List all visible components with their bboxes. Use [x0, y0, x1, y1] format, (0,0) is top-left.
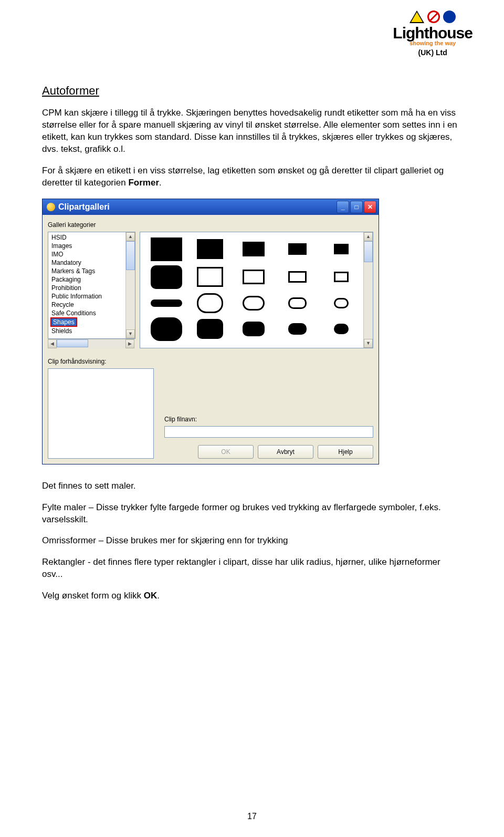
filename-input[interactable]	[164, 426, 373, 438]
paragraph-1: CPM kan skjære i tillegg til å trykke. S…	[42, 107, 462, 156]
shape-filled-rounded[interactable]	[151, 265, 182, 289]
scroll-right-icon[interactable]: ▶	[125, 339, 134, 348]
cancel-button[interactable]: Avbryt	[258, 445, 313, 459]
shape-filled-rounded[interactable]	[197, 319, 223, 339]
shape-filled-rounded[interactable]	[243, 322, 265, 336]
shape-filled-rect[interactable]	[197, 239, 223, 259]
paragraph-7a: Velg ønsket form og klikk	[42, 591, 144, 601]
scroll-thumb[interactable]	[57, 339, 88, 347]
paragraph-5: Omrissformer – Disse brukes mer for skjæ…	[42, 535, 462, 547]
scroll-down-icon[interactable]: ▼	[126, 329, 135, 338]
list-vertical-scrollbar[interactable]: ▲ ▼	[125, 232, 135, 338]
list-item[interactable]: Prohibition	[51, 284, 135, 292]
shape-outline-rect[interactable]	[334, 272, 349, 282]
shape-outline-rounded[interactable]	[334, 298, 349, 308]
list-item[interactable]: Mandatory	[51, 259, 135, 267]
maximize-button[interactable]: □	[350, 201, 363, 213]
grid-vertical-scrollbar[interactable]: ▲ ▼	[363, 232, 373, 348]
preview-box	[48, 368, 154, 459]
paragraph-2b: Former	[128, 178, 159, 188]
paragraph-4: Fylte maler – Disse trykker fylte farged…	[42, 502, 462, 526]
preview-label: Clip forhåndsvisning:	[48, 358, 154, 365]
category-listbox[interactable]: HSID Images IMO Mandatory Markers & Tags…	[48, 232, 135, 339]
scroll-thumb[interactable]	[364, 241, 373, 262]
list-item[interactable]: Public Information	[51, 292, 135, 301]
list-item[interactable]: Safe Conditions	[51, 309, 135, 317]
scroll-thumb[interactable]	[126, 241, 135, 270]
shape-outline-rect[interactable]	[288, 271, 307, 283]
category-list: HSID Images IMO Mandatory Markers & Tags…	[48, 232, 135, 336]
list-item[interactable]: Shields	[51, 327, 135, 335]
paragraph-2a: For å skjære en etikett i en viss større…	[42, 166, 444, 188]
shape-outline-rounded[interactable]	[288, 297, 307, 309]
paragraph-2c: .	[159, 178, 162, 188]
dialog-title: Clipartgalleri	[58, 202, 337, 212]
shape-outline-rounded[interactable]	[243, 296, 265, 311]
shape-outline-rect[interactable]	[197, 267, 223, 287]
shape-filled-bar[interactable]	[151, 299, 182, 307]
clipart-dialog: Clipartgalleri _ □ ✕ Galleri kategorier …	[42, 199, 379, 464]
logo-name: Lighthouse	[393, 24, 472, 42]
filename-label: Clip filnavn:	[164, 416, 373, 423]
logo-suffix: (UK) Ltd	[393, 48, 472, 57]
shape-filled-rounded[interactable]	[334, 324, 349, 334]
scroll-up-icon[interactable]: ▲	[364, 232, 373, 241]
paragraph-7: Velg ønsket form og klikk OK.	[42, 590, 462, 602]
shape-filled-rect[interactable]	[288, 243, 307, 255]
shape-filled-rect[interactable]	[151, 237, 182, 261]
logo-shapes	[393, 11, 472, 23]
page-heading: Autoformer	[42, 84, 462, 98]
ok-button[interactable]: OK	[198, 445, 254, 459]
list-item[interactable]: Packaging	[51, 275, 135, 284]
shape-filled-rounded[interactable]	[288, 323, 307, 335]
dialog-titlebar[interactable]: Clipartgalleri _ □ ✕	[43, 199, 379, 215]
page-number: 17	[0, 812, 504, 821]
shape-filled-rounded[interactable]	[151, 317, 182, 341]
circle-icon	[443, 11, 456, 23]
list-item[interactable]: Images	[51, 242, 135, 250]
list-horizontal-scrollbar[interactable]: ◀ ▶	[48, 339, 134, 348]
help-button[interactable]: Hjelp	[318, 445, 373, 459]
shapes-grid[interactable]: ▲ ▼	[140, 232, 373, 348]
shape-outline-rounded[interactable]	[197, 293, 223, 313]
app-icon	[47, 203, 55, 211]
list-item[interactable]: HSID	[51, 233, 135, 242]
list-item[interactable]: Recycle	[51, 301, 135, 309]
shape-filled-rect[interactable]	[334, 244, 349, 254]
categories-label: Galleri kategorier	[48, 221, 373, 229]
list-item-selected[interactable]: Shapes	[50, 317, 77, 327]
paragraph-6: Rektangler - det finnes flere typer rekt…	[42, 556, 462, 581]
shape-filled-rect[interactable]	[243, 242, 265, 256]
scroll-up-icon[interactable]: ▲	[126, 232, 135, 241]
scroll-left-icon[interactable]: ◀	[48, 339, 57, 348]
list-item[interactable]: IMO	[51, 250, 135, 259]
shape-outline-rect[interactable]	[243, 270, 265, 284]
close-button[interactable]: ✕	[364, 201, 376, 213]
paragraph-7b: OK	[144, 591, 158, 601]
minimize-button[interactable]: _	[337, 201, 349, 213]
paragraph-2: For å skjære en etikett i en viss større…	[42, 165, 462, 189]
triangle-icon	[410, 11, 424, 23]
paragraph-3: Det finnes to sett maler.	[42, 480, 462, 492]
list-item[interactable]: Markers & Tags	[51, 267, 135, 275]
brand-logo: Lighthouse showing the way (UK) Ltd	[393, 11, 472, 57]
paragraph-7c: .	[157, 591, 160, 601]
prohibition-icon	[427, 11, 440, 23]
scroll-down-icon[interactable]: ▼	[364, 339, 373, 348]
